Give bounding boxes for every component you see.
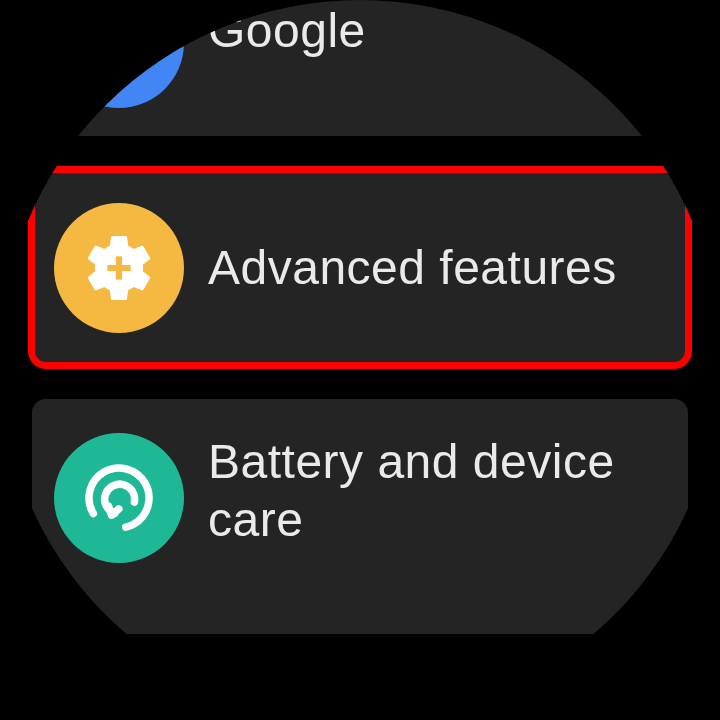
settings-item-label: Google	[208, 2, 366, 60]
settings-item-battery-device-care[interactable]: Battery and device care	[32, 399, 688, 634]
svg-point-2	[78, 457, 160, 539]
gear-plus-icon	[54, 203, 184, 333]
google-icon	[54, 0, 184, 108]
settings-item-label: Advanced features	[208, 239, 617, 297]
watch-face: Google Advanced features	[0, 0, 720, 720]
refresh-circle-icon	[54, 433, 184, 563]
settings-item-advanced-features[interactable]: Advanced features	[32, 170, 688, 365]
svg-rect-1	[107, 265, 130, 271]
settings-item-google[interactable]: Google	[32, 0, 688, 136]
settings-item-label: Battery and device care	[208, 433, 666, 548]
settings-list: Google Advanced features	[0, 0, 720, 720]
